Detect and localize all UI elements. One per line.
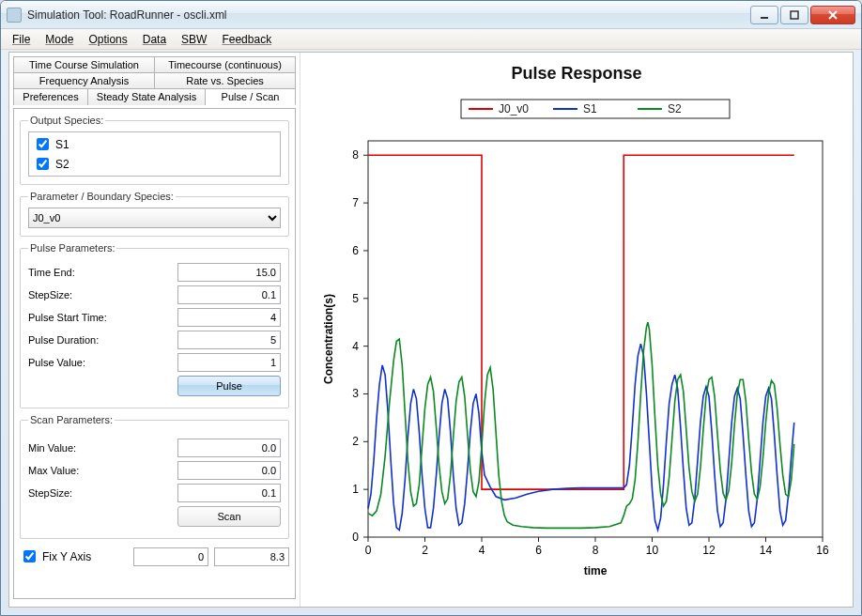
svg-text:14: 14	[760, 544, 773, 557]
svg-text:7: 7	[352, 196, 359, 209]
menubar: File Mode Options Data SBW Feedback	[1, 29, 861, 50]
close-button[interactable]	[810, 6, 855, 24]
svg-text:3: 3	[352, 387, 359, 400]
species-s2[interactable]: S2	[33, 154, 276, 174]
checkbox-fix-y[interactable]	[23, 550, 36, 562]
label-max: Max Value:	[28, 465, 174, 476]
checkbox-s1[interactable]	[37, 138, 49, 150]
fix-y-check[interactable]: Fix Y Axis	[20, 547, 128, 566]
svg-text:2: 2	[352, 435, 359, 448]
svg-text:time: time	[584, 564, 608, 578]
tab-pulse-scan[interactable]: Pulse / Scan	[206, 88, 296, 105]
window-title: Simulation Tool: RoadRunner - oscli.xml	[27, 8, 748, 22]
svg-text:16: 16	[816, 544, 829, 557]
input-max[interactable]	[177, 461, 281, 480]
tab-time-course[interactable]: Time Course Simulation	[13, 56, 155, 72]
input-fix-hi[interactable]	[214, 547, 289, 566]
tab-timecourse-cont[interactable]: Timecourse (continuous)	[155, 56, 296, 72]
left-panel: Time Course Simulation Timecourse (conti…	[9, 53, 300, 607]
group-pulse-params: Pulse Parameters: Time End: StepSize: Pu…	[20, 242, 289, 408]
svg-text:5: 5	[352, 292, 359, 305]
input-scan-step[interactable]	[177, 484, 281, 502]
chart-area: Pulse Response J0_v0S1S20246810121416012…	[300, 53, 853, 607]
group-scan-params: Scan Parameters: Min Value: Max Value: S…	[20, 414, 289, 539]
svg-text:S2: S2	[668, 102, 682, 116]
maximize-button[interactable]	[780, 6, 808, 24]
label-output-species: Output Species:	[28, 115, 105, 126]
menu-data[interactable]: Data	[135, 31, 174, 48]
svg-text:Concentration(s): Concentration(s)	[322, 294, 335, 384]
tab-preferences[interactable]: Preferences	[13, 88, 88, 105]
svg-text:1: 1	[352, 483, 359, 496]
label-time-end: Time End:	[28, 267, 174, 278]
input-time-end[interactable]	[177, 263, 281, 282]
label-dur: Pulse Duration:	[28, 334, 174, 346]
svg-text:10: 10	[646, 544, 659, 557]
menu-file[interactable]: File	[5, 31, 38, 48]
group-output-species: Output Species: S1 S2	[20, 115, 289, 185]
pulse-button[interactable]: Pulse	[177, 376, 281, 396]
input-start[interactable]	[177, 308, 281, 327]
label-val: Pulse Value:	[28, 357, 174, 368]
input-min[interactable]	[177, 439, 281, 457]
input-step[interactable]	[177, 285, 281, 304]
chart-title: Pulse Response	[300, 64, 853, 84]
menu-feedback[interactable]: Feedback	[214, 31, 279, 48]
parameter-select[interactable]: J0_v0	[28, 208, 281, 228]
chart: J0_v0S1S20246810121416012345678timeConce…	[316, 96, 838, 584]
group-parameter: Parameter / Boundary Species: J0_v0	[20, 191, 289, 237]
species-s1[interactable]: S1	[33, 134, 276, 154]
app-window: Simulation Tool: RoadRunner - oscli.xml …	[0, 0, 862, 616]
label-parameter: Parameter / Boundary Species:	[28, 191, 176, 202]
svg-text:12: 12	[702, 544, 716, 557]
svg-text:2: 2	[422, 544, 428, 557]
label-start: Pulse Start Time:	[28, 312, 174, 323]
tab-frequency[interactable]: Frequency Analysis	[13, 72, 155, 88]
svg-text:8: 8	[352, 148, 359, 162]
client-area: Time Course Simulation Timecourse (conti…	[8, 52, 854, 608]
svg-text:6: 6	[535, 544, 542, 557]
label-step: StepSize:	[28, 289, 174, 300]
label-scan-params: Scan Parameters:	[28, 414, 115, 425]
svg-text:J0_v0: J0_v0	[499, 102, 529, 116]
output-species-list[interactable]: S1 S2	[28, 131, 281, 177]
svg-text:0: 0	[365, 544, 372, 557]
svg-rect-1	[791, 11, 798, 19]
svg-text:0: 0	[352, 531, 359, 544]
titlebar[interactable]: Simulation Tool: RoadRunner - oscli.xml	[1, 1, 861, 29]
tab-rate-vs-species[interactable]: Rate vs. Species	[155, 72, 296, 88]
input-fix-lo[interactable]	[133, 547, 208, 566]
label-min: Min Value:	[28, 442, 174, 454]
checkbox-s2[interactable]	[37, 158, 49, 170]
svg-text:8: 8	[593, 544, 599, 557]
scan-button[interactable]: Scan	[177, 506, 281, 527]
menu-mode[interactable]: Mode	[38, 31, 81, 48]
svg-text:4: 4	[479, 544, 485, 557]
svg-text:S1: S1	[583, 102, 597, 116]
svg-text:6: 6	[352, 244, 359, 257]
tab-strip: Time Course Simulation Timecourse (conti…	[13, 56, 296, 105]
input-val[interactable]	[177, 353, 281, 372]
menu-options[interactable]: Options	[81, 31, 134, 48]
svg-text:4: 4	[352, 340, 359, 353]
input-dur[interactable]	[177, 331, 281, 349]
minimize-button[interactable]	[750, 6, 778, 24]
label-pulse-params: Pulse Parameters:	[28, 242, 116, 254]
tab-body: Output Species: S1 S2 Parameter / Bounda…	[13, 108, 296, 599]
app-icon	[7, 8, 22, 23]
fix-y-row: Fix Y Axis	[20, 547, 289, 566]
tab-steady-state[interactable]: Steady State Analysis	[88, 88, 206, 105]
menu-sbw[interactable]: SBW	[174, 31, 214, 48]
label-scan-step: StepSize:	[28, 487, 174, 499]
